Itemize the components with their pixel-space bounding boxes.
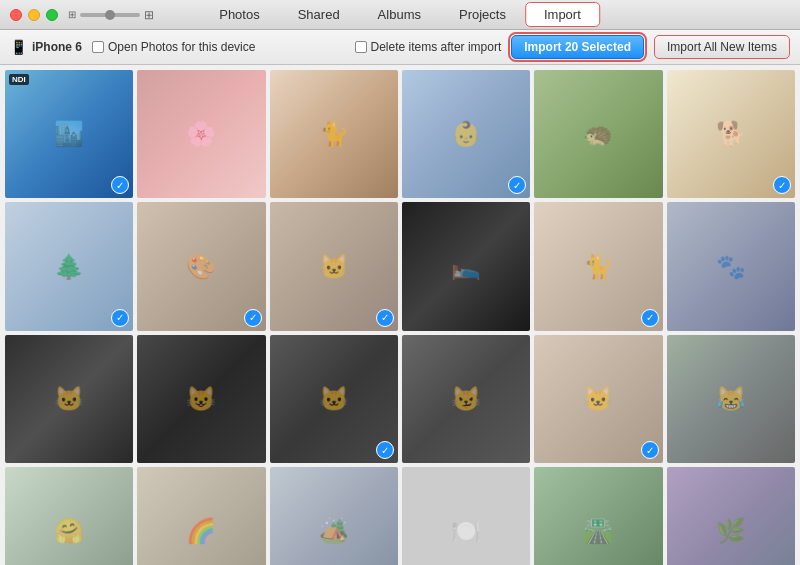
open-photos-container: Open Photos for this device [92, 40, 255, 54]
tab-import[interactable]: Import [525, 2, 600, 27]
delete-checkbox[interactable] [355, 41, 367, 53]
device-icon: 📱 [10, 39, 27, 55]
ndi-badge: NDI [9, 74, 29, 85]
photo-cell[interactable]: 🐱 [5, 335, 133, 463]
photo-cell[interactable]: 🎨✓ [137, 202, 265, 330]
photo-cell[interactable]: 🛌 [402, 202, 530, 330]
import-selected-button[interactable]: Import 20 Selected [511, 35, 644, 59]
check-badge: ✓ [376, 309, 394, 327]
tab-shared[interactable]: Shared [279, 2, 359, 27]
check-badge: ✓ [111, 309, 129, 327]
zoom-slider-area: ⊞ ⊞ [68, 8, 154, 22]
photo-cell[interactable]: 🤗✓ [5, 467, 133, 565]
photo-cell[interactable]: 🦔 [534, 70, 662, 198]
delete-label: Delete items after import [371, 40, 502, 54]
photo-cell[interactable]: 🌿✓ [667, 467, 795, 565]
photo-grid: 🏙️NDI✓🌸🐈👶✓🦔🐕✓🌲✓🎨✓🐱✓🛌🐈✓🐾🐱😺🐱✓😼🐱✓😹🤗✓🌈✓🏕️🍽️✓… [5, 70, 795, 565]
delete-after-import-container: Delete items after import [355, 40, 502, 54]
toolbar: 📱 iPhone 6 Open Photos for this device D… [0, 30, 800, 65]
photo-cell[interactable]: 🐾 [667, 202, 795, 330]
open-photos-label: Open Photos for this device [108, 40, 255, 54]
photo-cell[interactable]: 🐱✓ [270, 202, 398, 330]
grid-large-icon: ⊞ [144, 8, 154, 22]
photo-cell[interactable]: 🐱✓ [270, 335, 398, 463]
photo-grid-container[interactable]: 🏙️NDI✓🌸🐈👶✓🦔🐕✓🌲✓🎨✓🐱✓🛌🐈✓🐾🐱😺🐱✓😼🐱✓😹🤗✓🌈✓🏕️🍽️✓… [0, 65, 800, 565]
grid-small-icon: ⊞ [68, 9, 76, 20]
maximize-button[interactable] [46, 9, 58, 21]
tab-albums[interactable]: Albums [359, 2, 440, 27]
photo-cell[interactable]: 😹 [667, 335, 795, 463]
title-bar: ⊞ ⊞ Photos Shared Albums Projects Import [0, 0, 800, 30]
photo-cell[interactable]: 😺 [137, 335, 265, 463]
check-badge: ✓ [641, 309, 659, 327]
photo-cell[interactable]: 🐱✓ [534, 335, 662, 463]
photo-cell[interactable]: 🐈✓ [534, 202, 662, 330]
check-badge: ✓ [641, 441, 659, 459]
check-badge: ✓ [244, 309, 262, 327]
window-controls [10, 9, 58, 21]
tab-projects[interactable]: Projects [440, 2, 525, 27]
photo-cell[interactable]: 🏙️NDI✓ [5, 70, 133, 198]
nav-tabs: Photos Shared Albums Projects Import [200, 2, 600, 27]
photo-cell[interactable]: 🐕✓ [667, 70, 795, 198]
minimize-button[interactable] [28, 9, 40, 21]
photo-cell[interactable]: 😼 [402, 335, 530, 463]
import-all-button[interactable]: Import All New Items [654, 35, 790, 59]
photo-cell[interactable]: 🍽️✓ [402, 467, 530, 565]
photo-cell[interactable]: 👶✓ [402, 70, 530, 198]
photo-cell[interactable]: 🌸 [137, 70, 265, 198]
zoom-slider-thumb [105, 10, 115, 20]
device-label-container: 📱 iPhone 6 [10, 39, 82, 55]
photo-cell[interactable]: 🏕️ [270, 467, 398, 565]
close-button[interactable] [10, 9, 22, 21]
tab-photos[interactable]: Photos [200, 2, 278, 27]
photo-cell[interactable]: 🌈✓ [137, 467, 265, 565]
photo-cell[interactable]: 🐈 [270, 70, 398, 198]
check-badge: ✓ [376, 441, 394, 459]
device-name: iPhone 6 [32, 40, 82, 54]
photo-cell[interactable]: 🛣️✓ [534, 467, 662, 565]
zoom-slider-track[interactable] [80, 13, 140, 17]
photo-cell[interactable]: 🌲✓ [5, 202, 133, 330]
open-photos-checkbox[interactable] [92, 41, 104, 53]
